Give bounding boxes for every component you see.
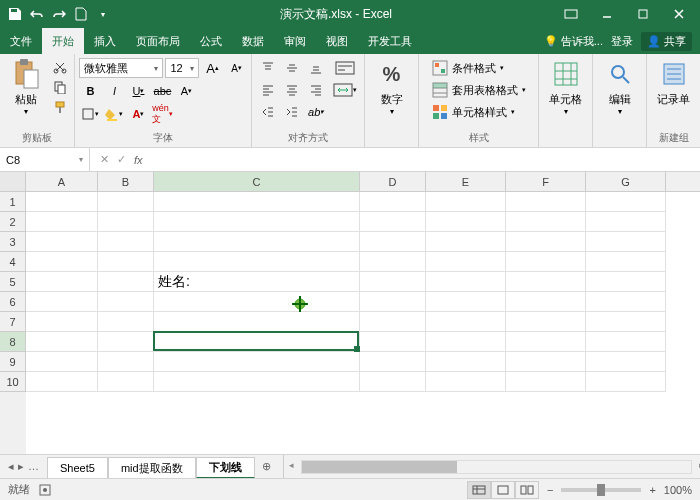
- cell-E5[interactable]: [426, 272, 506, 292]
- name-box[interactable]: C8▾: [0, 148, 90, 171]
- number-format-button[interactable]: % 数字 ▾: [371, 58, 413, 116]
- share-button[interactable]: 👤 共享: [641, 32, 692, 51]
- cell-D7[interactable]: [360, 312, 426, 332]
- row-header-6[interactable]: 6: [0, 292, 26, 312]
- cell-C1[interactable]: [154, 192, 360, 212]
- cell-D10[interactable]: [360, 372, 426, 392]
- cell-C9[interactable]: [154, 352, 360, 372]
- shrink-font-icon[interactable]: A▾: [225, 58, 247, 78]
- cell-F6[interactable]: [506, 292, 586, 312]
- qat-dropdown-icon[interactable]: ▾: [94, 5, 112, 23]
- cell-D4[interactable]: [360, 252, 426, 272]
- cell-D3[interactable]: [360, 232, 426, 252]
- tab-insert[interactable]: 插入: [84, 28, 126, 54]
- sheet-tab-underline[interactable]: 下划线: [196, 457, 255, 479]
- table-format-button[interactable]: 套用表格格式 ▾: [432, 80, 526, 100]
- cell-C7[interactable]: [154, 312, 360, 332]
- col-header-F[interactable]: F: [506, 172, 586, 191]
- cut-icon[interactable]: [51, 58, 69, 76]
- view-pagebreak-icon[interactable]: [515, 481, 539, 499]
- col-header-G[interactable]: G: [586, 172, 666, 191]
- cell-A3[interactable]: [26, 232, 98, 252]
- cell-A2[interactable]: [26, 212, 98, 232]
- align-middle-icon[interactable]: [281, 58, 303, 78]
- cell-B10[interactable]: [98, 372, 154, 392]
- cell-E9[interactable]: [426, 352, 506, 372]
- redo-icon[interactable]: [50, 5, 68, 23]
- align-top-icon[interactable]: [257, 58, 279, 78]
- align-center-icon[interactable]: [281, 80, 303, 100]
- cell-C2[interactable]: [154, 212, 360, 232]
- cell-F7[interactable]: [506, 312, 586, 332]
- cancel-formula-icon[interactable]: ✕: [100, 153, 109, 166]
- cell-D1[interactable]: [360, 192, 426, 212]
- ribbon-options-icon[interactable]: [554, 3, 588, 25]
- add-sheet-icon[interactable]: ⊕: [255, 460, 279, 473]
- cell-E7[interactable]: [426, 312, 506, 332]
- cell-B9[interactable]: [98, 352, 154, 372]
- cell-C5[interactable]: 姓名:: [154, 272, 360, 292]
- merge-cells-icon[interactable]: ▾: [331, 80, 359, 100]
- close-icon[interactable]: [662, 3, 696, 25]
- save-icon[interactable]: [6, 5, 24, 23]
- row-header-9[interactable]: 9: [0, 352, 26, 372]
- cell-B4[interactable]: [98, 252, 154, 272]
- cell-B2[interactable]: [98, 212, 154, 232]
- cell-A8[interactable]: [26, 332, 98, 352]
- col-header-C[interactable]: C: [154, 172, 360, 191]
- orientation-icon[interactable]: ab▾: [305, 102, 327, 122]
- accept-formula-icon[interactable]: ✓: [117, 153, 126, 166]
- strike-button[interactable]: abc: [151, 81, 173, 101]
- row-header-2[interactable]: 2: [0, 212, 26, 232]
- indent-increase-icon[interactable]: [281, 102, 303, 122]
- view-normal-icon[interactable]: [467, 481, 491, 499]
- cell-F2[interactable]: [506, 212, 586, 232]
- cell-A10[interactable]: [26, 372, 98, 392]
- font-name-combo[interactable]: 微软雅黑▾: [79, 58, 163, 78]
- cell-G7[interactable]: [586, 312, 666, 332]
- cell-styles-button[interactable]: 单元格样式 ▾: [432, 102, 526, 122]
- cell-E10[interactable]: [426, 372, 506, 392]
- cells-grid[interactable]: 姓名:: [26, 192, 700, 454]
- cell-E2[interactable]: [426, 212, 506, 232]
- cell-A6[interactable]: [26, 292, 98, 312]
- align-left-icon[interactable]: [257, 80, 279, 100]
- zoom-out-icon[interactable]: −: [547, 484, 553, 496]
- cell-F4[interactable]: [506, 252, 586, 272]
- cell-A7[interactable]: [26, 312, 98, 332]
- cell-A9[interactable]: [26, 352, 98, 372]
- grow-font-icon[interactable]: A▴: [201, 58, 223, 78]
- cell-F10[interactable]: [506, 372, 586, 392]
- tab-home[interactable]: 开始: [42, 28, 84, 54]
- edit-button[interactable]: 编辑 ▾: [599, 58, 641, 116]
- cell-G8[interactable]: [586, 332, 666, 352]
- minimize-icon[interactable]: [590, 3, 624, 25]
- phonetic-icon[interactable]: wén文▾: [151, 104, 173, 124]
- view-layout-icon[interactable]: [491, 481, 515, 499]
- cell-D2[interactable]: [360, 212, 426, 232]
- font-color-a-icon[interactable]: A▾: [175, 81, 197, 101]
- cell-G9[interactable]: [586, 352, 666, 372]
- fx-icon[interactable]: fx: [134, 154, 143, 166]
- cell-D8[interactable]: [360, 332, 426, 352]
- maximize-icon[interactable]: [626, 3, 660, 25]
- font-size-combo[interactable]: 12▾: [165, 58, 199, 78]
- tab-first-icon[interactable]: ◂: [8, 460, 14, 473]
- conditional-format-button[interactable]: 条件格式 ▾: [432, 58, 526, 78]
- cell-E3[interactable]: [426, 232, 506, 252]
- tab-formula[interactable]: 公式: [190, 28, 232, 54]
- cell-B7[interactable]: [98, 312, 154, 332]
- zoom-in-icon[interactable]: +: [649, 484, 655, 496]
- cell-G10[interactable]: [586, 372, 666, 392]
- row-header-7[interactable]: 7: [0, 312, 26, 332]
- select-all-corner[interactable]: [0, 172, 26, 191]
- tab-layout[interactable]: 页面布局: [126, 28, 190, 54]
- align-right-icon[interactable]: [305, 80, 327, 100]
- zoom-level[interactable]: 100%: [664, 484, 692, 496]
- fill-color-icon[interactable]: ▾: [103, 104, 125, 124]
- font-color-icon[interactable]: A▾: [127, 104, 149, 124]
- border-icon[interactable]: ▾: [79, 104, 101, 124]
- sheet-tab-mid[interactable]: mid提取函数: [108, 457, 196, 479]
- cell-C6[interactable]: [154, 292, 360, 312]
- new-icon[interactable]: [72, 5, 90, 23]
